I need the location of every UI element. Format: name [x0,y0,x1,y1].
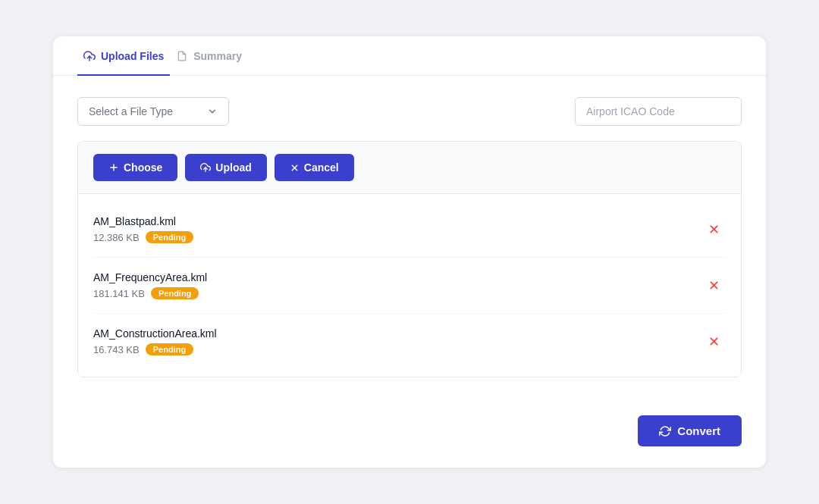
main-card: Upload Files Summary Select a File Type [53,36,766,468]
file-type-dropdown[interactable]: Select a File Type [77,97,229,126]
file-size: 16.743 KB [93,344,140,355]
upload-icon [200,162,211,173]
status-badge: Pending [151,287,199,299]
upload-tab-icon [83,50,96,62]
file-meta: 16.743 KB Pending [93,343,217,355]
card-footer: Convert [53,402,766,468]
upload-toolbar: Choose Upload Cancel [78,142,741,194]
tab-upload-label: Upload Files [101,50,164,62]
top-controls: Select a File Type [77,97,742,126]
convert-button-label: Convert [677,424,720,437]
remove-file-button[interactable]: ✕ [702,220,726,239]
file-info: AM_Blastpad.kml 12.386 KB Pending [93,215,193,243]
remove-file-button[interactable]: ✕ [702,332,726,352]
file-info: AM_FrequencyArea.kml 181.141 KB Pending [93,271,207,299]
tab-summary[interactable]: Summary [170,36,248,76]
file-name: AM_ConstructionArea.kml [93,327,217,340]
file-item: AM_Blastpad.kml 12.386 KB Pending ✕ [93,202,726,258]
upload-area: Choose Upload Cancel [77,141,742,377]
tab-upload[interactable]: Upload Files [77,36,170,76]
file-info: AM_ConstructionArea.kml 16.743 KB Pendin… [93,327,217,355]
file-item: AM_ConstructionArea.kml 16.743 KB Pendin… [93,314,726,369]
plus-icon [108,162,119,173]
chevron-down-icon [207,106,218,117]
convert-button[interactable]: Convert [638,415,742,446]
remove-file-button[interactable]: ✕ [702,276,726,296]
tab-bar: Upload Files Summary [53,36,766,76]
cancel-button[interactable]: Cancel [275,154,354,181]
file-name: AM_FrequencyArea.kml [93,271,207,283]
file-name: AM_Blastpad.kml [93,215,193,227]
file-item: AM_FrequencyArea.kml 181.141 KB Pending … [93,258,726,314]
x-icon [290,163,300,173]
refresh-icon [659,425,671,437]
tab-summary-label: Summary [193,50,242,62]
upload-button-label: Upload [215,161,251,174]
choose-button-label: Choose [124,161,162,174]
status-badge: Pending [146,231,193,243]
file-size: 12.386 KB [93,232,140,243]
file-meta: 181.141 KB Pending [93,287,207,299]
card-body: Select a File Type Choose [53,76,766,402]
upload-button[interactable]: Upload [185,154,266,181]
airport-icao-input[interactable] [575,97,742,126]
choose-button[interactable]: Choose [93,154,177,181]
status-badge: Pending [146,343,193,355]
file-size: 181.141 KB [93,288,145,299]
file-type-placeholder: Select a File Type [89,105,173,117]
summary-tab-icon [176,50,188,62]
file-meta: 12.386 KB Pending [93,231,193,243]
file-list: AM_Blastpad.kml 12.386 KB Pending ✕ AM_F… [78,194,741,377]
cancel-button-label: Cancel [304,161,339,174]
